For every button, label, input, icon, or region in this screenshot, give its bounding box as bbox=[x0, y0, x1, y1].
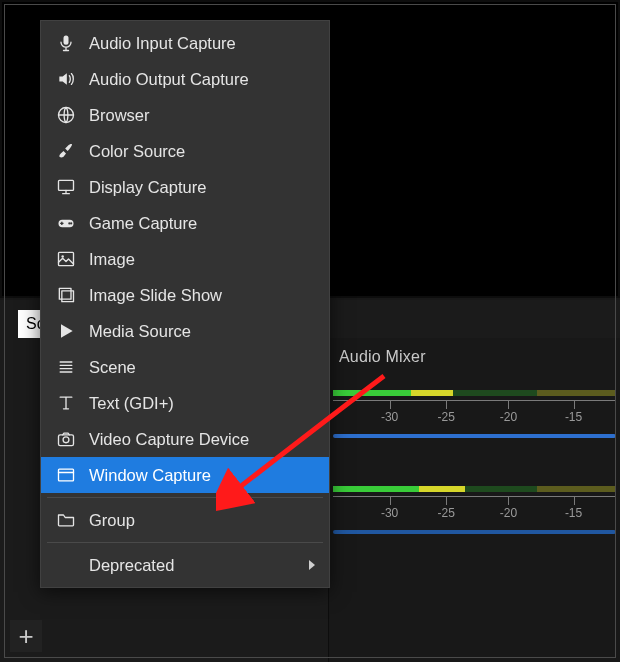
tick-label: -30 bbox=[381, 410, 398, 424]
menu-item-label: Deprecated bbox=[89, 557, 174, 574]
add-source-menu: Audio Input CaptureAudio Output CaptureB… bbox=[40, 20, 330, 588]
menu-item-label: Audio Input Capture bbox=[89, 35, 236, 52]
menu-item-speaker[interactable]: Audio Output Capture bbox=[41, 61, 329, 97]
speaker-icon bbox=[53, 67, 79, 91]
menu-separator bbox=[47, 497, 323, 498]
menu-item-window[interactable]: Window Capture bbox=[41, 457, 329, 493]
svg-rect-12 bbox=[59, 469, 74, 481]
meter-fill bbox=[333, 390, 453, 396]
svg-point-11 bbox=[63, 437, 69, 443]
menu-separator bbox=[47, 542, 323, 543]
menu-item-globe[interactable]: Browser bbox=[41, 97, 329, 133]
gamepad-icon bbox=[53, 211, 79, 235]
svg-rect-9 bbox=[59, 288, 71, 299]
menu-item-label: Video Capture Device bbox=[89, 431, 249, 448]
menu-item-brush[interactable]: Color Source bbox=[41, 133, 329, 169]
audio-meter-1: -30 -25 -20 -15 bbox=[329, 376, 620, 466]
menu-item-label: Audio Output Capture bbox=[89, 71, 249, 88]
tick-label: -25 bbox=[438, 506, 455, 520]
menu-item-label: Text (GDI+) bbox=[89, 395, 174, 412]
meter-scale: -30 -25 -20 -15 bbox=[333, 400, 616, 420]
tick-label: -25 bbox=[438, 410, 455, 424]
tick-label: -15 bbox=[565, 506, 582, 520]
image-icon bbox=[53, 247, 79, 271]
menu-item-play[interactable]: Media Source bbox=[41, 313, 329, 349]
menu-item-image[interactable]: Image bbox=[41, 241, 329, 277]
menu-item-label: Game Capture bbox=[89, 215, 197, 232]
menu-item-label: Image bbox=[89, 251, 135, 268]
menu-item-label: Display Capture bbox=[89, 179, 206, 196]
plus-icon: + bbox=[18, 621, 33, 652]
svg-rect-0 bbox=[64, 36, 69, 45]
brush-icon bbox=[53, 139, 79, 163]
menu-item-camera[interactable]: Video Capture Device bbox=[41, 421, 329, 457]
menu-item-label: Color Source bbox=[89, 143, 185, 160]
play-icon bbox=[53, 319, 79, 343]
svg-rect-8 bbox=[62, 291, 74, 302]
svg-point-7 bbox=[61, 255, 64, 258]
audio-mixer-title: Audio Mixer bbox=[329, 342, 620, 376]
add-source-button[interactable]: + bbox=[10, 620, 42, 652]
menu-item-label: Scene bbox=[89, 359, 136, 376]
menu-item-mic[interactable]: Audio Input Capture bbox=[41, 25, 329, 61]
menu-item-label: Browser bbox=[89, 107, 150, 124]
menu-item-slideshow[interactable]: Image Slide Show bbox=[41, 277, 329, 313]
volume-slider[interactable] bbox=[333, 530, 616, 534]
camera-icon bbox=[53, 427, 79, 451]
list-icon bbox=[53, 355, 79, 379]
tick-label: -20 bbox=[500, 506, 517, 520]
menu-item-label: Group bbox=[89, 512, 135, 529]
mic-icon bbox=[53, 31, 79, 55]
volume-slider[interactable] bbox=[333, 434, 616, 438]
slideshow-icon bbox=[53, 283, 79, 307]
svg-point-5 bbox=[70, 222, 72, 224]
menu-item-gamepad[interactable]: Game Capture bbox=[41, 205, 329, 241]
svg-rect-2 bbox=[59, 180, 74, 190]
folder-icon bbox=[53, 508, 79, 532]
tick-label: -30 bbox=[381, 506, 398, 520]
globe-icon bbox=[53, 103, 79, 127]
tick-label: -15 bbox=[565, 410, 582, 424]
menu-item-text[interactable]: Text (GDI+) bbox=[41, 385, 329, 421]
menu-item-label: Image Slide Show bbox=[89, 287, 222, 304]
chevron-right-icon bbox=[309, 560, 315, 570]
menu-item-monitor[interactable]: Display Capture bbox=[41, 169, 329, 205]
audio-meter-2: -30 -25 -20 -15 bbox=[329, 472, 620, 562]
menu-submenu-deprecated[interactable]: Deprecated bbox=[41, 547, 329, 583]
menu-item-label: Window Capture bbox=[89, 467, 211, 484]
monitor-icon bbox=[53, 175, 79, 199]
audio-mixer-panel: Audio Mixer -30 -25 -20 -15 -30 -25 -20 … bbox=[328, 338, 620, 662]
menu-item-list[interactable]: Scene bbox=[41, 349, 329, 385]
menu-item-group[interactable]: Group bbox=[41, 502, 329, 538]
text-icon bbox=[53, 391, 79, 415]
meter-scale: -30 -25 -20 -15 bbox=[333, 496, 616, 516]
svg-rect-6 bbox=[59, 252, 74, 265]
window-icon bbox=[53, 463, 79, 487]
tick-label: -20 bbox=[500, 410, 517, 424]
menu-item-label: Media Source bbox=[89, 323, 191, 340]
meter-fill bbox=[333, 486, 465, 492]
